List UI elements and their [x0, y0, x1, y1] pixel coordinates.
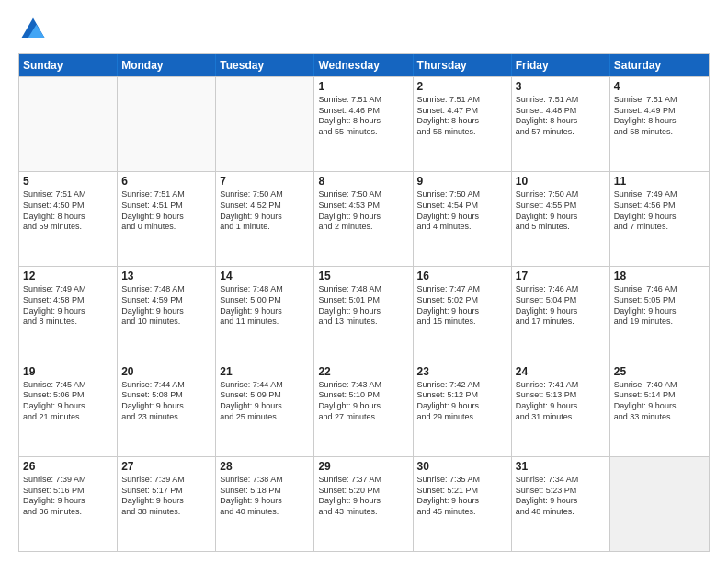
cell-info: Sunrise: 7:39 AM Sunset: 5:17 PM Dayligh…: [121, 475, 211, 518]
cell-info: Sunrise: 7:51 AM Sunset: 4:46 PM Dayligh…: [318, 95, 408, 138]
calendar-row-1: 5Sunrise: 7:51 AM Sunset: 4:50 PM Daylig…: [19, 171, 709, 266]
day-number: 15: [318, 270, 408, 282]
day-number: 25: [614, 365, 705, 378]
cell-info: Sunrise: 7:51 AM Sunset: 4:51 PM Dayligh…: [121, 190, 211, 233]
cal-cell-10: 10Sunrise: 7:50 AM Sunset: 4:55 PM Dayli…: [512, 172, 610, 266]
day-number: 24: [516, 365, 606, 378]
cell-info: Sunrise: 7:49 AM Sunset: 4:56 PM Dayligh…: [614, 190, 705, 233]
day-number: 22: [318, 365, 408, 378]
cell-info: Sunrise: 7:45 AM Sunset: 5:06 PM Dayligh…: [23, 380, 113, 423]
day-number: 13: [121, 270, 211, 282]
day-number: 1: [318, 80, 408, 93]
cal-cell-29: 29Sunrise: 7:37 AM Sunset: 5:20 PM Dayli…: [314, 457, 413, 551]
cal-cell-14: 14Sunrise: 7:48 AM Sunset: 5:00 PM Dayli…: [216, 267, 314, 361]
header: [18, 15, 710, 44]
calendar-row-0: 1Sunrise: 7:51 AM Sunset: 4:46 PM Daylig…: [19, 76, 709, 171]
cal-cell-28: 28Sunrise: 7:38 AM Sunset: 5:18 PM Dayli…: [216, 457, 314, 551]
logo: [18, 15, 51, 44]
cell-info: Sunrise: 7:44 AM Sunset: 5:09 PM Dayligh…: [220, 380, 310, 423]
day-number: 17: [516, 270, 606, 282]
calendar-body: 1Sunrise: 7:51 AM Sunset: 4:46 PM Daylig…: [19, 76, 709, 551]
cal-cell-22: 22Sunrise: 7:43 AM Sunset: 5:10 PM Dayli…: [314, 362, 413, 456]
day-number: 10: [516, 175, 606, 188]
cal-cell-19: 19Sunrise: 7:45 AM Sunset: 5:06 PM Dayli…: [19, 362, 118, 456]
cell-info: Sunrise: 7:49 AM Sunset: 4:58 PM Dayligh…: [23, 284, 113, 327]
cal-cell-8: 8Sunrise: 7:50 AM Sunset: 4:53 PM Daylig…: [314, 172, 413, 266]
cell-info: Sunrise: 7:37 AM Sunset: 5:20 PM Dayligh…: [318, 475, 408, 518]
calendar: SundayMondayTuesdayWednesdayThursdayFrid…: [18, 53, 710, 552]
day-number: 18: [614, 270, 705, 282]
day-number: 7: [220, 175, 310, 188]
cal-cell-25: 25Sunrise: 7:40 AM Sunset: 5:14 PM Dayli…: [610, 362, 709, 456]
cal-cell-17: 17Sunrise: 7:46 AM Sunset: 5:04 PM Dayli…: [512, 267, 610, 361]
cell-info: Sunrise: 7:51 AM Sunset: 4:47 PM Dayligh…: [417, 95, 507, 138]
page: SundayMondayTuesdayWednesdayThursdayFrid…: [0, 0, 728, 563]
cal-cell-23: 23Sunrise: 7:42 AM Sunset: 5:12 PM Dayli…: [414, 362, 512, 456]
cell-info: Sunrise: 7:50 AM Sunset: 4:52 PM Dayligh…: [220, 190, 310, 233]
cell-info: Sunrise: 7:46 AM Sunset: 5:05 PM Dayligh…: [614, 284, 705, 327]
cal-cell-20: 20Sunrise: 7:44 AM Sunset: 5:08 PM Dayli…: [118, 362, 216, 456]
cell-info: Sunrise: 7:51 AM Sunset: 4:50 PM Dayligh…: [23, 190, 113, 233]
header-day-sunday: Sunday: [19, 54, 118, 76]
day-number: 20: [121, 365, 211, 378]
cell-info: Sunrise: 7:42 AM Sunset: 5:12 PM Dayligh…: [417, 380, 507, 423]
cell-info: Sunrise: 7:50 AM Sunset: 4:55 PM Dayligh…: [516, 190, 606, 233]
cal-cell-2: 2Sunrise: 7:51 AM Sunset: 4:47 PM Daylig…: [414, 77, 512, 171]
cal-cell-11: 11Sunrise: 7:49 AM Sunset: 4:56 PM Dayli…: [610, 172, 709, 266]
cal-cell-empty-0-0: [19, 77, 118, 171]
cal-cell-12: 12Sunrise: 7:49 AM Sunset: 4:58 PM Dayli…: [19, 267, 118, 361]
cell-info: Sunrise: 7:50 AM Sunset: 4:53 PM Dayligh…: [318, 190, 408, 233]
cell-info: Sunrise: 7:35 AM Sunset: 5:21 PM Dayligh…: [417, 475, 507, 518]
day-number: 9: [417, 175, 507, 188]
cell-info: Sunrise: 7:48 AM Sunset: 5:00 PM Dayligh…: [220, 284, 310, 327]
cal-cell-13: 13Sunrise: 7:48 AM Sunset: 4:59 PM Dayli…: [118, 267, 216, 361]
cal-cell-7: 7Sunrise: 7:50 AM Sunset: 4:52 PM Daylig…: [216, 172, 314, 266]
day-number: 11: [614, 175, 705, 188]
calendar-row-3: 19Sunrise: 7:45 AM Sunset: 5:06 PM Dayli…: [19, 362, 709, 456]
cal-cell-30: 30Sunrise: 7:35 AM Sunset: 5:21 PM Dayli…: [414, 457, 512, 551]
day-number: 26: [23, 460, 113, 473]
cell-info: Sunrise: 7:39 AM Sunset: 5:16 PM Dayligh…: [23, 475, 113, 518]
header-day-tuesday: Tuesday: [216, 54, 314, 76]
day-number: 19: [23, 365, 113, 378]
cal-cell-16: 16Sunrise: 7:47 AM Sunset: 5:02 PM Dayli…: [414, 267, 512, 361]
cell-info: Sunrise: 7:51 AM Sunset: 4:48 PM Dayligh…: [516, 95, 606, 138]
day-number: 12: [23, 270, 113, 282]
day-number: 23: [417, 365, 507, 378]
cal-cell-26: 26Sunrise: 7:39 AM Sunset: 5:16 PM Dayli…: [19, 457, 118, 551]
cell-info: Sunrise: 7:38 AM Sunset: 5:18 PM Dayligh…: [220, 475, 310, 518]
day-number: 8: [318, 175, 408, 188]
day-number: 27: [121, 460, 211, 473]
cal-cell-6: 6Sunrise: 7:51 AM Sunset: 4:51 PM Daylig…: [118, 172, 216, 266]
day-number: 2: [417, 80, 507, 93]
cal-cell-9: 9Sunrise: 7:50 AM Sunset: 4:54 PM Daylig…: [414, 172, 512, 266]
logo-icon: [18, 15, 48, 44]
day-number: 5: [23, 175, 113, 188]
cell-info: Sunrise: 7:47 AM Sunset: 5:02 PM Dayligh…: [417, 284, 507, 327]
cell-info: Sunrise: 7:48 AM Sunset: 5:01 PM Dayligh…: [318, 284, 408, 327]
day-number: 3: [516, 80, 606, 93]
header-day-thursday: Thursday: [414, 54, 512, 76]
cal-cell-31: 31Sunrise: 7:34 AM Sunset: 5:23 PM Dayli…: [512, 457, 610, 551]
cell-info: Sunrise: 7:50 AM Sunset: 4:54 PM Dayligh…: [417, 190, 507, 233]
cell-info: Sunrise: 7:48 AM Sunset: 4:59 PM Dayligh…: [121, 284, 211, 327]
day-number: 14: [220, 270, 310, 282]
header-day-saturday: Saturday: [610, 54, 709, 76]
cal-cell-21: 21Sunrise: 7:44 AM Sunset: 5:09 PM Dayli…: [216, 362, 314, 456]
cal-cell-empty-0-1: [118, 77, 216, 171]
cell-info: Sunrise: 7:46 AM Sunset: 5:04 PM Dayligh…: [516, 284, 606, 327]
day-number: 30: [417, 460, 507, 473]
cell-info: Sunrise: 7:41 AM Sunset: 5:13 PM Dayligh…: [516, 380, 606, 423]
header-day-wednesday: Wednesday: [314, 54, 413, 76]
cal-cell-empty-4-6: [610, 457, 709, 551]
cell-info: Sunrise: 7:40 AM Sunset: 5:14 PM Dayligh…: [614, 380, 705, 423]
cell-info: Sunrise: 7:51 AM Sunset: 4:49 PM Dayligh…: [614, 95, 705, 138]
cal-cell-5: 5Sunrise: 7:51 AM Sunset: 4:50 PM Daylig…: [19, 172, 118, 266]
day-number: 16: [417, 270, 507, 282]
cal-cell-18: 18Sunrise: 7:46 AM Sunset: 5:05 PM Dayli…: [610, 267, 709, 361]
day-number: 31: [516, 460, 606, 473]
cell-info: Sunrise: 7:43 AM Sunset: 5:10 PM Dayligh…: [318, 380, 408, 423]
cell-info: Sunrise: 7:34 AM Sunset: 5:23 PM Dayligh…: [516, 475, 606, 518]
cell-info: Sunrise: 7:44 AM Sunset: 5:08 PM Dayligh…: [121, 380, 211, 423]
header-day-monday: Monday: [118, 54, 216, 76]
